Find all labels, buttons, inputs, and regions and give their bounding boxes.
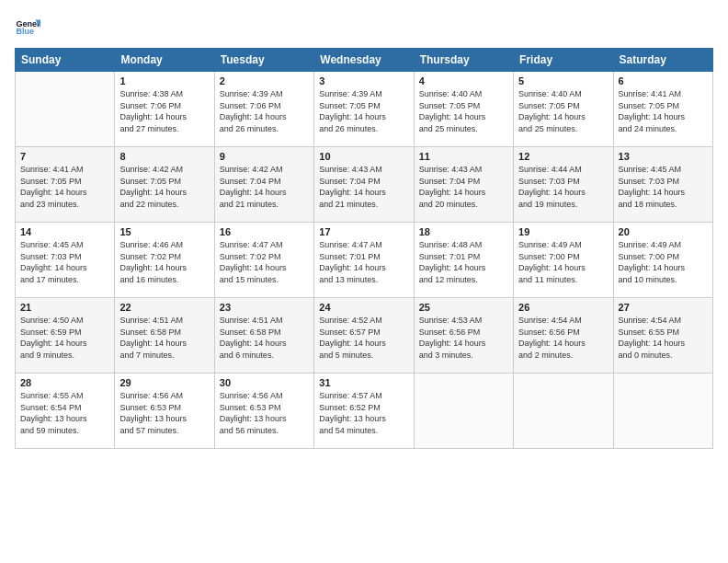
day-info: Sunrise: 4:47 AMSunset: 7:01 PMDaylight:…	[319, 239, 408, 285]
day-number: 19	[518, 226, 608, 237]
day-number: 20	[619, 226, 708, 237]
calendar-cell: 1Sunrise: 4:38 AMSunset: 7:06 PMDaylight…	[115, 72, 214, 147]
day-number: 14	[20, 226, 109, 237]
day-info: Sunrise: 4:47 AMSunset: 7:02 PMDaylight:…	[220, 239, 309, 285]
day-info: Sunrise: 4:51 AMSunset: 6:58 PMDaylight:…	[119, 315, 209, 361]
day-number: 29	[119, 377, 209, 388]
calendar-cell	[16, 72, 115, 147]
calendar-cell: 30Sunrise: 4:56 AMSunset: 6:53 PMDayligh…	[214, 373, 313, 449]
weekday-header-thursday: Thursday	[414, 49, 513, 72]
day-info: Sunrise: 4:51 AMSunset: 6:58 PMDaylight:…	[220, 315, 309, 361]
day-info: Sunrise: 4:46 AMSunset: 7:02 PMDaylight:…	[119, 239, 209, 285]
day-number: 21	[20, 302, 109, 313]
day-info: Sunrise: 4:54 AMSunset: 6:56 PMDaylight:…	[518, 315, 608, 361]
calendar-cell: 3Sunrise: 4:39 AMSunset: 7:05 PMDaylight…	[314, 72, 414, 147]
day-info: Sunrise: 4:54 AMSunset: 6:55 PMDaylight:…	[619, 315, 708, 361]
day-number: 26	[518, 302, 608, 313]
day-number: 28	[20, 377, 109, 388]
day-info: Sunrise: 4:42 AMSunset: 7:05 PMDaylight:…	[119, 164, 209, 210]
calendar-cell: 21Sunrise: 4:50 AMSunset: 6:59 PMDayligh…	[16, 298, 115, 373]
calendar-cell: 2Sunrise: 4:39 AMSunset: 7:06 PMDaylight…	[214, 72, 313, 147]
day-number: 7	[20, 151, 109, 162]
day-number: 27	[619, 302, 708, 313]
day-number: 12	[518, 151, 608, 162]
day-number: 15	[119, 226, 209, 237]
day-info: Sunrise: 4:43 AMSunset: 7:04 PMDaylight:…	[319, 164, 408, 210]
day-info: Sunrise: 4:41 AMSunset: 7:05 PMDaylight:…	[20, 164, 109, 210]
day-info: Sunrise: 4:45 AMSunset: 7:03 PMDaylight:…	[619, 164, 708, 210]
calendar-page: General Blue SundayMondayTuesdayWednesda…	[0, 0, 728, 563]
logo: General Blue	[15, 15, 40, 40]
day-number: 17	[319, 226, 408, 237]
day-info: Sunrise: 4:39 AMSunset: 7:05 PMDaylight:…	[319, 88, 408, 134]
calendar-cell: 26Sunrise: 4:54 AMSunset: 6:56 PMDayligh…	[514, 298, 613, 373]
calendar-cell: 12Sunrise: 4:44 AMSunset: 7:03 PMDayligh…	[514, 147, 613, 223]
calendar-cell: 17Sunrise: 4:47 AMSunset: 7:01 PMDayligh…	[314, 223, 414, 298]
week-row-4: 21Sunrise: 4:50 AMSunset: 6:59 PMDayligh…	[16, 298, 713, 373]
day-info: Sunrise: 4:55 AMSunset: 6:54 PMDaylight:…	[20, 390, 109, 436]
calendar-cell: 23Sunrise: 4:51 AMSunset: 6:58 PMDayligh…	[214, 298, 313, 373]
calendar-cell: 18Sunrise: 4:48 AMSunset: 7:01 PMDayligh…	[414, 223, 513, 298]
logo-icon: General Blue	[15, 15, 40, 40]
day-number: 23	[220, 302, 309, 313]
day-info: Sunrise: 4:56 AMSunset: 6:53 PMDaylight:…	[119, 390, 209, 436]
day-number: 16	[220, 226, 309, 237]
day-number: 1	[119, 75, 209, 86]
calendar-cell: 5Sunrise: 4:40 AMSunset: 7:05 PMDaylight…	[514, 72, 613, 147]
day-info: Sunrise: 4:57 AMSunset: 6:52 PMDaylight:…	[319, 390, 408, 436]
calendar-cell: 7Sunrise: 4:41 AMSunset: 7:05 PMDaylight…	[16, 147, 115, 223]
day-number: 5	[518, 75, 608, 86]
weekday-header-sunday: Sunday	[16, 49, 115, 72]
weekday-header-saturday: Saturday	[613, 49, 712, 72]
weekday-header-row: SundayMondayTuesdayWednesdayThursdayFrid…	[16, 49, 713, 72]
day-number: 30	[220, 377, 309, 388]
calendar-cell	[414, 373, 513, 449]
day-info: Sunrise: 4:42 AMSunset: 7:04 PMDaylight:…	[220, 164, 309, 210]
day-info: Sunrise: 4:44 AMSunset: 7:03 PMDaylight:…	[518, 164, 608, 210]
calendar-cell: 31Sunrise: 4:57 AMSunset: 6:52 PMDayligh…	[314, 373, 414, 449]
day-info: Sunrise: 4:49 AMSunset: 7:00 PMDaylight:…	[619, 239, 708, 285]
weekday-header-tuesday: Tuesday	[214, 49, 313, 72]
calendar-cell	[613, 373, 712, 449]
day-number: 2	[220, 75, 309, 86]
calendar-cell: 19Sunrise: 4:49 AMSunset: 7:00 PMDayligh…	[514, 223, 613, 298]
calendar-cell: 14Sunrise: 4:45 AMSunset: 7:03 PMDayligh…	[16, 223, 115, 298]
day-info: Sunrise: 4:38 AMSunset: 7:06 PMDaylight:…	[119, 88, 209, 134]
day-number: 25	[419, 302, 508, 313]
calendar-cell: 10Sunrise: 4:43 AMSunset: 7:04 PMDayligh…	[314, 147, 414, 223]
calendar-cell: 29Sunrise: 4:56 AMSunset: 6:53 PMDayligh…	[115, 373, 214, 449]
calendar-cell: 9Sunrise: 4:42 AMSunset: 7:04 PMDaylight…	[214, 147, 313, 223]
day-number: 13	[619, 151, 708, 162]
day-info: Sunrise: 4:45 AMSunset: 7:03 PMDaylight:…	[20, 239, 109, 285]
week-row-5: 28Sunrise: 4:55 AMSunset: 6:54 PMDayligh…	[16, 373, 713, 449]
day-number: 31	[319, 377, 408, 388]
day-info: Sunrise: 4:49 AMSunset: 7:00 PMDaylight:…	[518, 239, 608, 285]
svg-text:Blue: Blue	[16, 27, 34, 36]
day-number: 22	[119, 302, 209, 313]
calendar-cell: 22Sunrise: 4:51 AMSunset: 6:58 PMDayligh…	[115, 298, 214, 373]
day-info: Sunrise: 4:48 AMSunset: 7:01 PMDaylight:…	[419, 239, 508, 285]
day-info: Sunrise: 4:52 AMSunset: 6:57 PMDaylight:…	[319, 315, 408, 361]
calendar-cell: 6Sunrise: 4:41 AMSunset: 7:05 PMDaylight…	[613, 72, 712, 147]
day-number: 4	[419, 75, 508, 86]
calendar-cell: 25Sunrise: 4:53 AMSunset: 6:56 PMDayligh…	[414, 298, 513, 373]
calendar-cell: 28Sunrise: 4:55 AMSunset: 6:54 PMDayligh…	[16, 373, 115, 449]
week-row-1: 1Sunrise: 4:38 AMSunset: 7:06 PMDaylight…	[16, 72, 713, 147]
day-info: Sunrise: 4:43 AMSunset: 7:04 PMDaylight:…	[419, 164, 508, 210]
day-number: 18	[419, 226, 508, 237]
day-number: 11	[419, 151, 508, 162]
calendar-cell: 20Sunrise: 4:49 AMSunset: 7:00 PMDayligh…	[613, 223, 712, 298]
week-row-3: 14Sunrise: 4:45 AMSunset: 7:03 PMDayligh…	[16, 223, 713, 298]
day-number: 8	[119, 151, 209, 162]
calendar-cell: 11Sunrise: 4:43 AMSunset: 7:04 PMDayligh…	[414, 147, 513, 223]
day-info: Sunrise: 4:39 AMSunset: 7:06 PMDaylight:…	[220, 88, 309, 134]
day-info: Sunrise: 4:56 AMSunset: 6:53 PMDaylight:…	[220, 390, 309, 436]
calendar-cell: 8Sunrise: 4:42 AMSunset: 7:05 PMDaylight…	[115, 147, 214, 223]
weekday-header-friday: Friday	[514, 49, 613, 72]
calendar-cell	[514, 373, 613, 449]
calendar-cell: 15Sunrise: 4:46 AMSunset: 7:02 PMDayligh…	[115, 223, 214, 298]
calendar-cell: 13Sunrise: 4:45 AMSunset: 7:03 PMDayligh…	[613, 147, 712, 223]
calendar-cell: 27Sunrise: 4:54 AMSunset: 6:55 PMDayligh…	[613, 298, 712, 373]
day-info: Sunrise: 4:40 AMSunset: 7:05 PMDaylight:…	[518, 88, 608, 134]
day-info: Sunrise: 4:40 AMSunset: 7:05 PMDaylight:…	[419, 88, 508, 134]
